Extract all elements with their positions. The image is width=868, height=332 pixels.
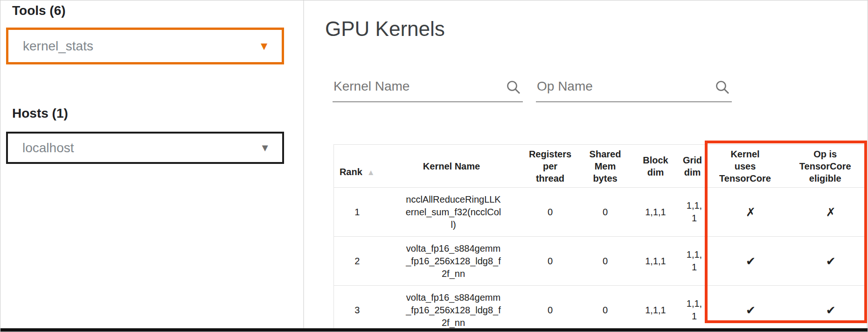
op-is-tensorcore-eligible-cell: ✔ (784, 286, 867, 332)
shared-mem-bytes-cell: 0 (578, 188, 633, 237)
search-icon (505, 79, 522, 96)
tools-label: Tools (6) (12, 3, 66, 18)
op-name-input[interactable] (537, 79, 710, 94)
registers-per-thread-cell: 0 (523, 237, 578, 286)
op-is-tensorcore-eligible-cell: ✔ (784, 237, 867, 286)
chevron-down-icon: ▼ (260, 143, 270, 153)
table-header-row: Rank▲ Kernel Name Registers per thread S… (334, 145, 867, 188)
kernel-name-cell: ncclAllReduceRingLLK ernel_sum_f32(ncclC… (381, 188, 523, 237)
kernel-uses-tensorcore-cell: ✔ (707, 237, 784, 286)
table-row: 2 volta_fp16_s884gemm _fp16_256x128_ldg8… (334, 237, 867, 286)
registers-per-thread-cell: 0 (523, 286, 578, 332)
block-dim-cell: 1,1,1 (633, 237, 679, 286)
column-header-rank[interactable]: Rank▲ (334, 145, 381, 188)
search-icon (714, 79, 731, 96)
kernel-uses-tensorcore-cell: ✔ (707, 286, 784, 332)
shared-mem-bytes-cell: 0 (578, 237, 633, 286)
column-header-block-dim[interactable]: Block dim (633, 145, 679, 188)
column-header-rank-label: Rank (340, 167, 362, 177)
chevron-down-icon: ▼ (258, 41, 270, 52)
column-header-op-is-tensorcore-eligible[interactable]: Op is TensorCore eligible (784, 145, 867, 188)
op-is-tensorcore-eligible-cell: ✗ (784, 188, 867, 237)
column-header-kernel-name[interactable]: Kernel Name (381, 145, 523, 188)
profiler-page: Tools (6) kernel_stats ▼ Hosts (1) local… (0, 0, 868, 332)
column-header-grid-dim[interactable]: Grid dim (679, 145, 707, 188)
sidebar-divider (303, 0, 304, 328)
hosts-dropdown-value: localhost (22, 141, 260, 155)
tools-dropdown[interactable]: kernel_stats ▼ (6, 28, 284, 64)
registers-per-thread-cell: 0 (523, 188, 578, 237)
hosts-dropdown[interactable]: localhost ▼ (6, 132, 284, 164)
kernel-uses-tensorcore-cell: ✗ (707, 188, 784, 237)
op-name-filter (536, 75, 732, 102)
grid-dim-cell: 1,1, 1 (679, 237, 707, 286)
rank-cell: 2 (334, 237, 381, 286)
column-header-kernel-uses-tensorcore[interactable]: Kernel uses TensorCore (707, 145, 784, 188)
tools-dropdown-value: kernel_stats (23, 39, 258, 54)
kernel-name-cell: volta_fp16_s884gemm _fp16_256x128_ldg8_f… (381, 237, 523, 286)
kernel-name-cell: volta_fp16_s884gemm _fp16_256x128_ldg8_f… (381, 286, 523, 332)
gpu-kernels-table: Rank▲ Kernel Name Registers per thread S… (333, 144, 867, 332)
sort-ascending-icon: ▲ (367, 168, 375, 177)
grid-dim-cell: 1,1, 1 (679, 188, 707, 237)
table-row: 1 ncclAllReduceRingLLK ernel_sum_f32(ncc… (334, 188, 867, 237)
column-header-shared-mem-bytes[interactable]: Shared Mem bytes (578, 145, 633, 188)
rank-cell: 1 (334, 188, 381, 237)
kernel-name-input[interactable] (333, 79, 501, 94)
hosts-label: Hosts (1) (12, 106, 68, 121)
grid-dim-cell: 1,1, 1 (679, 286, 707, 332)
shared-mem-bytes-cell: 0 (578, 286, 633, 332)
bottom-bar (0, 328, 868, 332)
page-title: GPU Kernels (325, 17, 445, 41)
block-dim-cell: 1,1,1 (633, 286, 679, 332)
rank-cell: 3 (334, 286, 381, 332)
table-row: 3 volta_fp16_s884gemm _fp16_256x128_ldg8… (334, 286, 867, 332)
block-dim-cell: 1,1,1 (633, 188, 679, 237)
kernel-name-filter (333, 75, 523, 102)
column-header-registers-per-thread[interactable]: Registers per thread (523, 145, 578, 188)
